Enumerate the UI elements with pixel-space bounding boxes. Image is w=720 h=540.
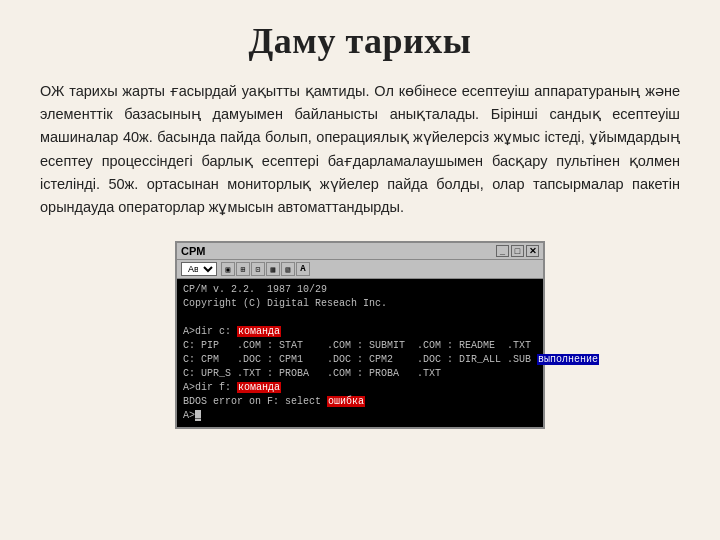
term-line-9: BDOS error on F: select ошибка [183,395,537,409]
toolbar-icon-3[interactable]: ⊡ [251,262,265,276]
toolbar-icons: ▣ ⊞ ⊡ ▦ ▧ A [221,262,310,276]
term-line-5: C: PIP .COM : STAT .COM : SUBMIT .COM : … [183,339,537,353]
highlight-command-1: команда [237,326,281,337]
toolbar-icon-4[interactable]: ▦ [266,262,280,276]
term-line-8: A>dir f: команда [183,381,537,395]
terminal-body: CP/M v. 2.2. 1987 10/29 Copyright (C) Di… [177,279,543,427]
term-line-1: CP/M v. 2.2. 1987 10/29 [183,283,537,297]
terminal-title: CPM [181,245,205,257]
toolbar-icon-6[interactable]: A [296,262,310,276]
terminal-titlebar: CPM _ □ ✕ [177,243,543,260]
toolbar-icon-2[interactable]: ⊞ [236,262,250,276]
term-line-6: C: CPM .DOC : CPM1 .DOC : CPM2 .DOC : DI… [183,353,537,367]
toolbar-dropdown[interactable]: Авто [181,262,217,276]
page-title: Даму тарихы [40,20,680,62]
terminal-window: CPM _ □ ✕ Авто ▣ ⊞ ⊡ ▦ ▧ A [175,241,545,429]
terminal-toolbar: Авто ▣ ⊞ ⊡ ▦ ▧ A [177,260,543,279]
terminal-wrapper: CPM _ □ ✕ Авто ▣ ⊞ ⊡ ▦ ▧ A [40,241,680,429]
body-text: ОЖ тарихы жарты ғасырдай уақытты қамтиды… [40,80,680,219]
toolbar-icon-1[interactable]: ▣ [221,262,235,276]
term-line-2: Copyright (C) Digital Reseach Inc. [183,297,537,311]
highlight-execution: выполнение [537,354,599,365]
term-line-3 [183,311,537,325]
page: Даму тарихы ОЖ тарихы жарты ғасырдай уақ… [0,0,720,540]
terminal-controls: _ □ ✕ [496,245,539,257]
toolbar-icon-5[interactable]: ▧ [281,262,295,276]
term-line-7: C: UPR_S .TXT : PROBA .COM : PROBA .TXT [183,367,537,381]
minimize-button[interactable]: _ [496,245,509,257]
close-button[interactable]: ✕ [526,245,539,257]
highlight-command-2: команда [237,382,281,393]
maximize-button[interactable]: □ [511,245,524,257]
term-line-4: A>dir c: команда [183,325,537,339]
highlight-error: ошибка [327,396,365,407]
term-line-10: A>_ [183,409,537,423]
